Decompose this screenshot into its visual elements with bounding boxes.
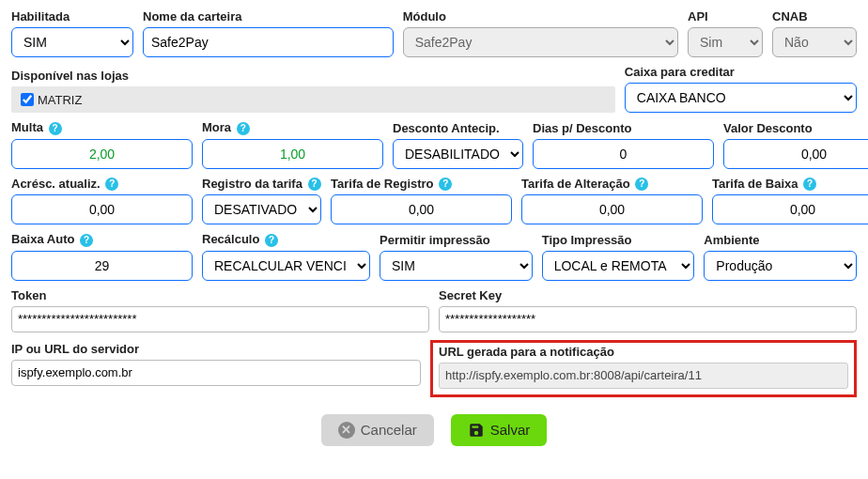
ip-url-input[interactable] <box>11 360 421 386</box>
help-icon[interactable]: ? <box>237 122 250 135</box>
dias-desconto-input[interactable] <box>533 139 714 169</box>
tarifa-alteracao-input[interactable] <box>521 194 703 224</box>
registro-tarifa-select[interactable]: DESATIVADO <box>202 194 321 224</box>
acresc-atualiz-label: Acrésc. atualiz. ? <box>11 177 193 192</box>
cnab-select[interactable]: Não <box>772 27 857 57</box>
secret-key-input[interactable] <box>439 306 857 332</box>
permitir-impressao-select[interactable]: SIM <box>380 251 533 281</box>
url-notificacao-label: URL gerada para a notificação <box>439 345 848 359</box>
save-button[interactable]: Salvar <box>451 414 548 446</box>
desconto-antecip-label: Desconto Antecip. <box>393 121 523 135</box>
ambiente-select[interactable]: Produção <box>704 251 857 281</box>
cancel-button-label: Cancelar <box>361 422 417 438</box>
save-icon <box>468 422 485 439</box>
tarifa-baixa-label: Tarifa de Baixa ? <box>712 177 868 192</box>
api-label: API <box>688 9 763 23</box>
recalculo-label: Recálculo ? <box>202 232 370 247</box>
help-icon[interactable]: ? <box>439 178 452 191</box>
tarifa-registro-label: Tarifa de Registro ? <box>331 177 512 192</box>
caixa-creditar-label: Caixa para creditar <box>625 65 857 79</box>
tarifa-alteracao-label: Tarifa de Alteração ? <box>521 177 703 192</box>
token-label: Token <box>11 288 429 302</box>
tarifa-baixa-input[interactable] <box>712 194 868 224</box>
help-icon[interactable]: ? <box>105 178 118 191</box>
help-icon[interactable]: ? <box>265 234 278 247</box>
baixa-auto-input[interactable] <box>11 251 193 281</box>
help-icon[interactable]: ? <box>308 178 321 191</box>
help-icon[interactable]: ? <box>80 234 93 247</box>
habilitada-select[interactable]: SIM <box>11 27 133 57</box>
permitir-impressao-label: Permitir impressão <box>380 233 533 247</box>
valor-desconto-label: Valor Desconto <box>723 121 868 135</box>
disponivel-lojas-label: Disponível nas lojas <box>11 69 615 83</box>
acresc-atualiz-input[interactable] <box>11 194 193 224</box>
disponivel-lojas-bar: MATRIZ <box>11 86 615 113</box>
mora-input[interactable] <box>202 139 383 169</box>
cancel-button[interactable]: ✕ Cancelar <box>321 414 434 446</box>
caixa-creditar-select[interactable]: CAIXA BANCO <box>625 83 857 113</box>
tipo-impressao-select[interactable]: LOCAL e REMOTA <box>542 251 695 281</box>
cancel-icon: ✕ <box>338 422 355 439</box>
token-input[interactable] <box>11 306 429 332</box>
habilitada-label: Habilitada <box>11 9 133 23</box>
desconto-antecip-select[interactable]: DESABILITADO <box>393 139 523 169</box>
ambiente-label: Ambiente <box>704 233 857 247</box>
cnab-label: CNAB <box>772 9 857 23</box>
help-icon[interactable]: ? <box>49 122 62 135</box>
recalculo-select[interactable]: RECALCULAR VENCI <box>202 251 370 281</box>
help-icon[interactable]: ? <box>635 178 648 191</box>
matriz-checkbox[interactable] <box>21 93 34 106</box>
registro-tarifa-label: Registro da tarifa ? <box>202 177 321 192</box>
mora-label: Mora ? <box>202 120 383 135</box>
url-notificacao-field <box>439 363 848 389</box>
valor-desconto-input[interactable] <box>723 139 868 169</box>
url-notificacao-highlight: URL gerada para a notificação <box>430 340 857 397</box>
tarifa-registro-input[interactable] <box>331 194 512 224</box>
nome-carteira-label: Nome da carteira <box>143 9 394 23</box>
tipo-impressao-label: Tipo Impressão <box>542 233 695 247</box>
help-icon[interactable]: ? <box>803 178 816 191</box>
ip-url-label: IP ou URL do servidor <box>11 342 421 356</box>
baixa-auto-label: Baixa Auto ? <box>11 232 193 247</box>
save-button-label: Salvar <box>490 422 531 438</box>
multa-input[interactable] <box>11 139 193 169</box>
matriz-checkbox-label: MATRIZ <box>38 93 82 107</box>
secret-key-label: Secret Key <box>439 288 857 302</box>
modulo-label: Módulo <box>403 9 678 23</box>
multa-label: Multa ? <box>11 120 193 135</box>
modulo-select[interactable]: Safe2Pay <box>403 27 678 57</box>
nome-carteira-input[interactable] <box>143 27 394 57</box>
api-select[interactable]: Sim <box>688 27 763 57</box>
dias-desconto-label: Dias p/ Desconto <box>533 121 714 135</box>
